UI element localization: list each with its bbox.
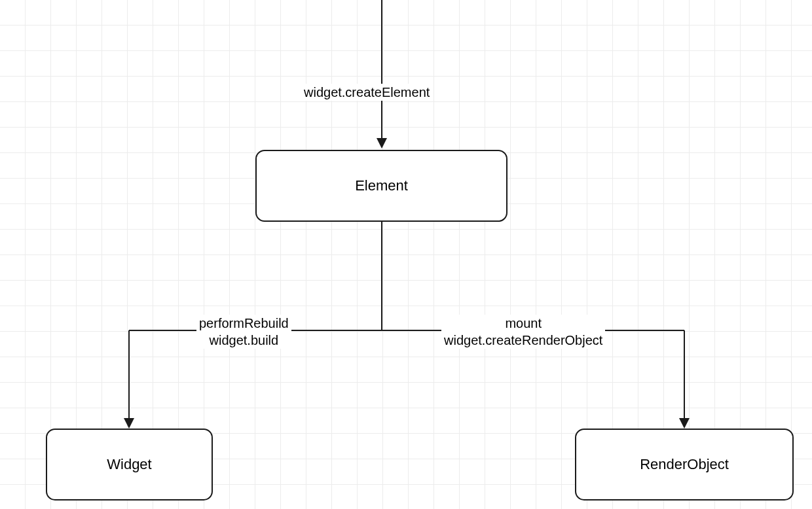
- arrowhead-to-render-object: [679, 418, 690, 429]
- node-render-object: RenderObject: [575, 429, 794, 500]
- edge-label-perform-rebuild: performRebuild widget.build: [196, 315, 291, 349]
- node-render-object-label: RenderObject: [640, 456, 729, 473]
- edge-label-create-element: widget.createElement: [301, 84, 432, 101]
- node-element-label: Element: [355, 177, 408, 194]
- node-widget: Widget: [46, 429, 213, 500]
- node-element: Element: [255, 150, 507, 222]
- arrowhead-to-widget: [124, 418, 134, 429]
- diagram-canvas: widget.createElement performRebuild widg…: [0, 0, 812, 509]
- edge-label-mount: mount widget.createRenderObject: [441, 315, 605, 349]
- arrowhead-top-to-element: [377, 138, 387, 149]
- node-widget-label: Widget: [107, 456, 151, 473]
